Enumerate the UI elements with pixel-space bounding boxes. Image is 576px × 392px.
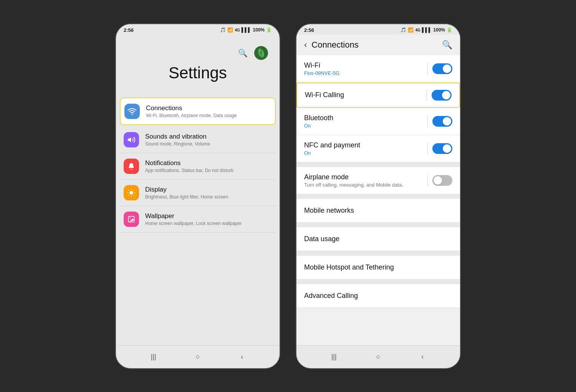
conn-item-wifi[interactable]: Wi-Fi Fios-09NVE-5G xyxy=(296,55,460,83)
conn-item-bluetooth[interactable]: Bluetooth On xyxy=(296,108,460,135)
wifi-calling-toggle-area xyxy=(427,89,452,101)
back-icon-right: ‹ xyxy=(421,353,424,361)
conn-item-data-usage[interactable]: Data usage xyxy=(296,227,460,251)
wifi-toggle-knob xyxy=(443,65,451,73)
nav-menu-right[interactable]: ||| xyxy=(326,349,342,364)
connections-page-title: Connections xyxy=(311,40,442,50)
section-divider-1 xyxy=(296,162,460,167)
bottom-nav-left: ||| ○ ‹ xyxy=(116,345,280,368)
nav-back-right[interactable]: ‹ xyxy=(415,349,430,364)
mobile-networks-title: Mobile networks xyxy=(304,207,354,214)
back-icon-left: ‹ xyxy=(241,353,243,361)
nfc-subtitle: On xyxy=(304,150,360,156)
wallpaper-subtitle: Home screen wallpaper, Lock screen wallp… xyxy=(145,221,242,226)
svg-line-10 xyxy=(134,195,134,195)
wifi-title: Wi-Fi xyxy=(304,61,339,69)
left-phone: 2:56 🎵 📶 4G ▌▌▌ 100% 🔋 🔍 xyxy=(115,23,280,369)
lte-icon: 4G xyxy=(235,28,240,32)
data-usage-title: Data usage xyxy=(304,235,339,243)
settings-item-notifications[interactable]: Notifications App notifications, Status … xyxy=(120,153,276,180)
airplane-toggle-knob xyxy=(434,176,442,185)
bluetooth-toggle[interactable] xyxy=(432,116,452,127)
lte-icon-right: 4G xyxy=(415,28,420,32)
sounds-icon xyxy=(124,132,139,147)
connections-search-icon[interactable]: 🔍 xyxy=(442,40,452,50)
wallpaper-icon xyxy=(124,212,139,227)
notifications-text: Notifications App notifications, Status … xyxy=(145,159,233,173)
settings-list: Connections Wi-Fi, Bluetooth, Airplane m… xyxy=(116,98,280,345)
airplane-toggle[interactable] xyxy=(432,175,452,186)
conn-item-mobile-networks[interactable]: Mobile networks xyxy=(296,199,460,223)
connections-list: Wi-Fi Fios-09NVE-5G Wi-Fi Calling xyxy=(296,55,460,345)
nfc-left: NFC and payment On xyxy=(304,141,360,156)
conn-item-advanced-calling[interactable]: Advanced Calling xyxy=(296,284,460,308)
connections-text: Connections Wi-Fi, Bluetooth, Airplane m… xyxy=(146,104,237,118)
signal-bars-icon: ▌▌▌ xyxy=(242,27,252,33)
wifi-divider xyxy=(427,63,428,74)
airplane-divider xyxy=(427,175,428,186)
profile-avatar[interactable] xyxy=(254,46,268,60)
nav-home-right[interactable]: ○ xyxy=(371,349,386,364)
section-divider-4 xyxy=(296,251,460,256)
section-divider-5 xyxy=(296,280,460,284)
back-button[interactable]: ‹ xyxy=(304,40,307,50)
home-icon-right: ○ xyxy=(376,353,381,361)
display-subtitle: Brightness, Blue light filter, Home scre… xyxy=(145,194,228,200)
airplane-title: Airplane mode xyxy=(304,173,403,181)
settings-item-sounds[interactable]: Sounds and vibration Sound mode, Rington… xyxy=(120,127,276,153)
settings-item-display[interactable]: Display Brightness, Blue light filter, H… xyxy=(120,180,276,206)
bottom-nav-right: ||| ○ ‹ xyxy=(296,345,460,368)
notifications-title: Notifications xyxy=(145,159,233,167)
display-text: Display Brightness, Blue light filter, H… xyxy=(145,186,228,200)
bluetooth-subtitle: On xyxy=(304,123,333,129)
nfc-toggle-knob xyxy=(443,144,451,153)
wifi-toggle-area xyxy=(427,63,452,74)
connections-header: ‹ Connections 🔍 xyxy=(296,35,460,55)
nfc-toggle-area xyxy=(427,143,452,154)
menu-icon-right: ||| xyxy=(331,353,337,361)
display-icon xyxy=(124,185,139,200)
svg-point-16 xyxy=(130,217,131,218)
wifi-calling-toggle[interactable] xyxy=(432,90,452,101)
connections-icon xyxy=(124,104,140,119)
nav-back-left[interactable]: ‹ xyxy=(234,349,250,364)
settings-item-wallpaper[interactable]: Wallpaper Home screen wallpaper, Lock sc… xyxy=(120,206,276,233)
airplane-left: Airplane mode Turn off calling, messagin… xyxy=(304,173,403,188)
settings-item-connections[interactable]: Connections Wi-Fi, Bluetooth, Airplane m… xyxy=(120,98,276,125)
home-icon-left: ○ xyxy=(196,353,200,361)
battery-icon: 🔋 xyxy=(266,27,272,33)
conn-item-wifi-calling[interactable]: Wi-Fi Calling xyxy=(296,83,460,108)
settings-content: 🔍 Settings xyxy=(116,35,280,345)
nfc-toggle[interactable] xyxy=(432,143,452,154)
bluetooth-title: Bluetooth xyxy=(304,114,333,122)
settings-search-row: 🔍 xyxy=(124,46,272,60)
battery-text: 100% xyxy=(253,27,265,33)
signal-icon-right: 📶 xyxy=(408,27,414,33)
wallpaper-text: Wallpaper Home screen wallpaper, Lock sc… xyxy=(145,212,242,226)
nav-home-left[interactable]: ○ xyxy=(190,349,205,364)
time-right: 2:56 xyxy=(304,27,314,33)
sounds-text: Sounds and vibration Sound mode, Rington… xyxy=(145,133,210,147)
wifi-item-left: Wi-Fi Fios-09NVE-5G xyxy=(304,61,339,76)
connections-subtitle: Wi-Fi, Bluetooth, Airplane mode, Data us… xyxy=(146,113,237,118)
conn-item-nfc[interactable]: NFC and payment On xyxy=(296,135,460,162)
sounds-title: Sounds and vibration xyxy=(145,133,210,141)
nav-menu-left[interactable]: ||| xyxy=(146,349,161,364)
wifi-toggle[interactable] xyxy=(432,63,452,74)
conn-item-airplane[interactable]: Airplane mode Turn off calling, messagin… xyxy=(296,167,460,194)
bluetooth-divider xyxy=(427,116,428,127)
sounds-subtitle: Sound mode, Ringtone, Volume xyxy=(145,141,210,147)
svg-point-6 xyxy=(129,191,133,194)
settings-header: 🔍 Settings xyxy=(116,35,280,98)
status-icons-right: 🎵 📶 4G ▌▌▌ 100% 🔋 xyxy=(401,27,452,33)
shazam-icon-right: 🎵 xyxy=(401,27,406,33)
settings-search-icon[interactable]: 🔍 xyxy=(236,46,250,60)
svg-line-13 xyxy=(129,195,129,195)
connections-title: Connections xyxy=(146,104,237,112)
notifications-icon xyxy=(124,159,139,174)
bluetooth-toggle-knob xyxy=(443,117,451,126)
wifi-calling-left: Wi-Fi Calling xyxy=(305,91,344,99)
conn-item-mobile-hotspot[interactable]: Mobile Hotspot and Tethering xyxy=(296,256,460,280)
nfc-divider xyxy=(427,143,428,154)
battery-icon-right: 🔋 xyxy=(447,27,452,33)
